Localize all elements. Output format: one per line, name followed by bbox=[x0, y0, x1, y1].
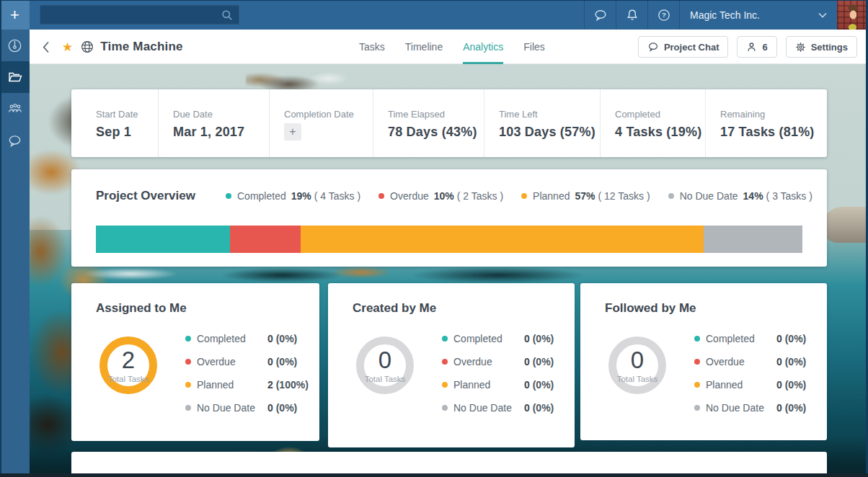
sidebar-item-chat[interactable] bbox=[0, 125, 30, 156]
row-label: Overdue bbox=[706, 356, 776, 367]
row-label: No Due Date bbox=[706, 402, 776, 414]
workspace-selector[interactable]: Magic Tech Inc. bbox=[680, 0, 837, 30]
chat-bubble-icon bbox=[647, 41, 659, 53]
topbar-right-group: ? Magic Tech Inc. bbox=[584, 0, 868, 30]
left-sidebar bbox=[0, 30, 30, 477]
total-tasks-count: 0 bbox=[378, 348, 391, 372]
total-tasks-count: 2 bbox=[122, 348, 135, 372]
stat-completed: Completed 4 Tasks (19%) bbox=[600, 89, 705, 157]
legend-label: Completed bbox=[237, 190, 286, 202]
stat-value: Mar 1, 2017 bbox=[173, 125, 269, 140]
members-count: 6 bbox=[762, 42, 767, 53]
legend-row-no-due-date: No Due Date 0 (0%) bbox=[442, 396, 554, 419]
completed-dot-icon bbox=[442, 336, 448, 342]
completed-dot-icon bbox=[226, 193, 231, 199]
project-identity: ★ Time Machine bbox=[43, 30, 183, 64]
legend-tasks: ( 12 Tasks ) bbox=[598, 190, 650, 202]
notifications-button[interactable] bbox=[616, 0, 647, 30]
global-search bbox=[40, 5, 239, 24]
stat-label: Time Elapsed bbox=[388, 109, 484, 120]
no-due-date-dot-icon bbox=[694, 405, 700, 411]
project-tabs: Tasks Timeline Analytics Files bbox=[359, 30, 545, 64]
overview-title: Project Overview bbox=[96, 189, 195, 203]
user-avatar[interactable] bbox=[837, 0, 868, 30]
planned-dot-icon bbox=[521, 193, 527, 199]
analytics-content: Start Date Sep 1 Due Date Mar 1, 2017 Co… bbox=[30, 64, 868, 477]
assigned-to-me-card: Assigned to Me 2 Total Tasks Completed 0… bbox=[71, 283, 319, 441]
sidebar-item-team[interactable] bbox=[0, 93, 30, 125]
bar-segment-completed bbox=[96, 226, 230, 253]
sidebar-item-projects[interactable] bbox=[0, 61, 30, 93]
members-button[interactable]: 6 bbox=[737, 36, 776, 58]
legend-percent: 14% bbox=[743, 190, 763, 202]
legend-tasks: ( 4 Tasks ) bbox=[314, 190, 360, 202]
stat-label: Remaining bbox=[720, 109, 827, 120]
settings-button[interactable]: Settings bbox=[786, 36, 857, 58]
next-card-partial bbox=[71, 452, 827, 475]
search-icon bbox=[221, 9, 233, 21]
help-button[interactable]: ? bbox=[648, 0, 679, 30]
total-tasks-donut: 0 Total Tasks bbox=[608, 336, 666, 394]
create-new-button[interactable]: + bbox=[0, 0, 30, 30]
no-due-date-dot-icon bbox=[185, 405, 191, 411]
stat-label: Due Date bbox=[173, 109, 269, 120]
card-title: Created by Me bbox=[353, 301, 436, 316]
card-legend: Completed 0 (0%) Overdue 0 (0%) Planned … bbox=[442, 327, 554, 419]
no-due-date-dot-icon bbox=[442, 405, 448, 411]
project-chat-label: Project Chat bbox=[664, 42, 719, 53]
tab-tasks[interactable]: Tasks bbox=[359, 30, 385, 64]
back-button[interactable] bbox=[43, 41, 50, 53]
folder-open-icon bbox=[7, 70, 23, 84]
bar-segment-overdue bbox=[230, 226, 301, 253]
overdue-dot-icon bbox=[694, 359, 700, 365]
tab-analytics[interactable]: Analytics bbox=[463, 30, 503, 64]
legend-row-planned: Planned 0 (0%) bbox=[442, 373, 554, 396]
legend-percent: 10% bbox=[434, 190, 454, 202]
chat-bubble-icon bbox=[593, 8, 608, 22]
messages-button[interactable] bbox=[585, 0, 616, 30]
favorite-star-icon[interactable]: ★ bbox=[62, 41, 73, 53]
completed-dot-icon bbox=[185, 336, 191, 342]
legend-item-planned: Planned 57% ( 12 Tasks ) bbox=[521, 190, 650, 202]
bar-segment-no-due-date bbox=[704, 226, 802, 253]
team-icon bbox=[7, 102, 23, 116]
workspace-name: Magic Tech Inc. bbox=[690, 9, 760, 21]
tab-files[interactable]: Files bbox=[523, 30, 545, 64]
chevron-down-icon bbox=[818, 12, 827, 18]
add-completion-date-button[interactable]: + bbox=[284, 123, 301, 141]
stat-time-left: Time Left 103 Days (57%) bbox=[484, 89, 600, 157]
bar-segment-planned bbox=[301, 226, 704, 253]
stat-label: Completed bbox=[615, 109, 705, 120]
card-title: Assigned to Me bbox=[96, 301, 187, 316]
created-by-me-card: Created by Me 0 Total Tasks Completed 0 … bbox=[328, 283, 575, 447]
legend-row-completed: Completed 0 (0%) bbox=[694, 327, 806, 350]
back-chevron-icon bbox=[43, 41, 50, 53]
overview-legend: Completed 19% ( 4 Tasks ) Overdue 10% ( … bbox=[226, 190, 812, 202]
row-label: No Due Date bbox=[197, 402, 267, 414]
project-overview-stacked-bar bbox=[96, 226, 802, 253]
legend-row-completed: Completed 0 (0%) bbox=[185, 327, 309, 350]
row-label: Completed bbox=[706, 333, 776, 344]
stat-due-date: Due Date Mar 1, 2017 bbox=[158, 89, 269, 157]
overdue-dot-icon bbox=[442, 359, 448, 365]
legend-tasks: ( 3 Tasks ) bbox=[766, 190, 812, 202]
stat-start-date: Start Date Sep 1 bbox=[71, 89, 158, 157]
main-area: ★ Time Machine Tasks Timeline Analytics … bbox=[30, 30, 868, 477]
legend-row-overdue: Overdue 0 (0%) bbox=[694, 350, 806, 373]
legend-row-no-due-date: No Due Date 0 (0%) bbox=[694, 396, 806, 419]
legend-row-overdue: Overdue 0 (0%) bbox=[442, 350, 554, 373]
card-title: Followed by Me bbox=[605, 301, 696, 316]
legend-row-planned: Planned 0 (0%) bbox=[694, 373, 806, 396]
svg-text:?: ? bbox=[662, 11, 666, 19]
tab-timeline[interactable]: Timeline bbox=[405, 30, 443, 64]
row-label: Planned bbox=[197, 379, 267, 391]
search-input[interactable] bbox=[40, 6, 221, 24]
card-legend: Completed 0 (0%) Overdue 0 (0%) Planned … bbox=[694, 327, 806, 419]
total-tasks-donut: 2 Total Tasks bbox=[99, 336, 157, 394]
stat-value: 78 Days (43%) bbox=[388, 125, 484, 140]
card-legend: Completed 0 (0%) Overdue 0 (0%) Planned … bbox=[185, 327, 309, 419]
project-chat-button[interactable]: Project Chat bbox=[638, 36, 729, 58]
sidebar-item-dashboard[interactable] bbox=[0, 30, 30, 61]
gear-icon bbox=[795, 42, 806, 53]
stat-value: 103 Days (57%) bbox=[499, 125, 600, 140]
